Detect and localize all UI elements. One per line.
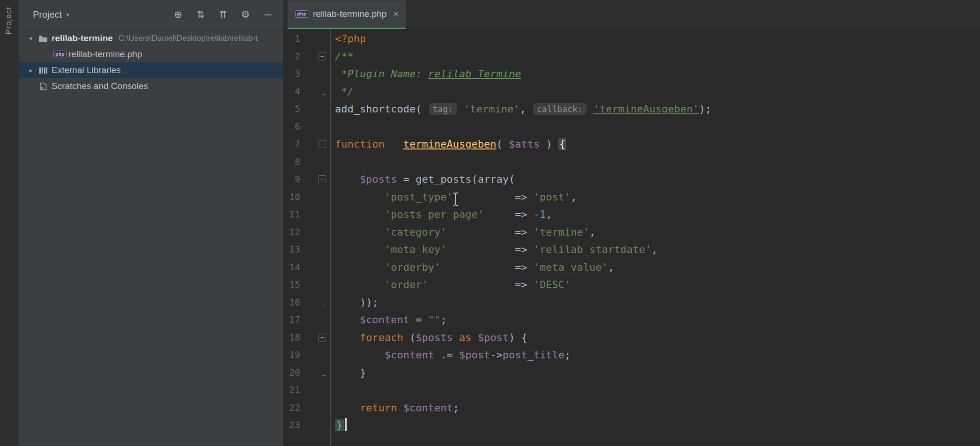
chevron-right-icon[interactable]: ▸ [25, 67, 37, 74]
line-number: 13 [283, 241, 300, 259]
fold-end-icon [322, 370, 326, 376]
code-text: /** [329, 48, 354, 66]
code-text: )); [329, 294, 379, 312]
project-toolbar: Project ▾ ⊕⇅⇈⚙─ [19, 0, 283, 30]
project-tree: ▾relilab-termineC:\Users\Daniel\Desktop\… [19, 30, 283, 94]
code-text: 'order' => 'DESC' [329, 276, 571, 294]
tree-item-path: C:\Users\Daniel\Desktop\relilab\relilab-… [119, 34, 258, 43]
fold-marker[interactable]: − [300, 334, 329, 342]
folder-icon [37, 35, 50, 43]
chevron-down-icon[interactable]: ▾ [25, 35, 37, 42]
code-line[interactable]: 16 )); [283, 294, 980, 312]
project-view-label: Project [33, 9, 62, 20]
code-line[interactable]: 19 $content .= $post->post_title; [283, 346, 980, 364]
code-line[interactable]: 3 *Plugin Name: relilab Termine [283, 65, 980, 83]
code-text: } [329, 364, 366, 382]
code-line[interactable]: 22 return $content; [283, 399, 980, 417]
line-number: 16 [283, 294, 300, 312]
tool-window-button-project[interactable]: Project [4, 7, 14, 35]
tab-label: relilab-termine.php [313, 9, 386, 19]
fold-marker[interactable] [300, 422, 329, 428]
line-number: 22 [283, 399, 300, 417]
code-text: 'post_type' => 'post', [329, 188, 577, 206]
code-line[interactable]: 10 'post_type' => 'post', [283, 188, 980, 206]
fold-marker[interactable]: − [300, 52, 329, 60]
code-line[interactable]: 2−/** [283, 48, 980, 66]
fold-end-icon [322, 422, 326, 428]
fold-marker[interactable]: − [300, 175, 329, 183]
activity-bar: Project [0, 0, 19, 446]
tree-item-label: Scratches and Consoles [52, 81, 148, 91]
code-line[interactable]: 14 'orderby' => 'meta_value', [283, 259, 980, 276]
code-text: 'orderby' => 'meta_value', [329, 259, 614, 276]
fold-marker[interactable]: − [300, 140, 329, 148]
ide-window: Project Project ▾ ⊕⇅⇈⚙─ ▾relilab-termine… [0, 0, 980, 446]
collapse-all-icon[interactable]: ⇈ [217, 9, 229, 20]
fold-marker[interactable] [300, 89, 329, 95]
code-line[interactable]: 4 */ [283, 83, 980, 101]
settings-gear-icon[interactable]: ⚙ [240, 9, 251, 20]
line-number: 1 [283, 30, 300, 48]
line-number: 10 [283, 188, 300, 206]
fold-marker[interactable] [300, 299, 329, 305]
line-number: 18 [283, 329, 300, 347]
code-line[interactable]: 18− foreach ($posts as $post) { [283, 329, 980, 347]
code-text: *Plugin Name: relilab Termine [329, 65, 521, 83]
expand-all-icon[interactable]: ⇅ [195, 9, 206, 20]
fold-end-icon [322, 89, 326, 95]
fold-end-icon [322, 299, 326, 305]
code-text: $content .= $post->post_title; [329, 346, 571, 364]
code-line[interactable]: 21 [283, 381, 980, 399]
tree-item-relilab-termine-root[interactable]: ▾relilab-termineC:\Users\Daniel\Desktop\… [19, 30, 283, 46]
hide-panel-icon[interactable]: ─ [262, 9, 274, 20]
close-icon[interactable]: × [393, 9, 398, 19]
code-line[interactable]: 13 'meta_key' => 'relilab_startdate', [283, 241, 980, 259]
fold-collapse-icon[interactable]: − [318, 334, 326, 342]
line-number: 15 [283, 276, 300, 294]
code-text: return $content; [329, 399, 459, 417]
fold-marker[interactable] [300, 370, 329, 376]
tree-item-relilab-termine-php[interactable]: phprelilab-termine.php [19, 46, 283, 62]
code-text: */ [329, 83, 354, 101]
code-line[interactable]: 1<?php [283, 30, 980, 48]
tab-relilab-termine-php[interactable]: php relilab-termine.php × [288, 0, 406, 29]
tree-item-external-libraries[interactable]: ▸External Libraries [19, 62, 283, 78]
code-text: function termineAusgeben( $atts ) { [329, 135, 566, 153]
code-line[interactable]: 20 } [283, 364, 980, 382]
php-file-icon: php [295, 10, 308, 18]
code-text: 'meta_key' => 'relilab_startdate', [329, 241, 658, 259]
line-number: 14 [283, 259, 300, 276]
code-line[interactable]: 8 [283, 153, 980, 171]
code-line[interactable]: 12 'category' => 'termine', [283, 223, 980, 241]
code-line[interactable]: 17 $content = ""; [283, 311, 980, 329]
tree-item-scratches-and-consoles[interactable]: Scratches and Consoles [19, 78, 283, 94]
code-text: <?php [329, 30, 366, 48]
editor-caret [345, 418, 347, 431]
line-number: 20 [283, 364, 300, 382]
code-text: foreach ($posts as $post) { [329, 329, 527, 347]
fold-collapse-icon[interactable]: − [318, 140, 326, 148]
project-view-selector[interactable]: Project ▾ [33, 9, 69, 20]
editor-area: php relilab-termine.php × 1<?php2−/**3 *… [283, 0, 980, 446]
php-file-icon: php [53, 51, 67, 58]
toolbar-icons: ⊕⇅⇈⚙─ [172, 9, 274, 20]
code-text: add_shortcode( tag: 'termine', callback:… [329, 100, 711, 119]
code-line[interactable]: 5add_shortcode( tag: 'termine', callback… [283, 100, 980, 118]
code-line[interactable]: 7−function termineAusgeben( $atts ) { [283, 135, 980, 153]
fold-collapse-icon[interactable]: − [318, 52, 326, 60]
fold-collapse-icon[interactable]: − [318, 175, 326, 183]
line-number: 19 [283, 346, 300, 364]
line-number: 6 [283, 118, 300, 136]
code-line[interactable]: 15 'order' => 'DESC' [283, 276, 980, 294]
code-line[interactable]: 11 'posts_per_page' => -1, [283, 206, 980, 223]
locate-file-icon[interactable]: ⊕ [172, 9, 184, 20]
line-number: 23 [283, 416, 300, 434]
code-line[interactable]: 23} [283, 416, 980, 434]
code-line[interactable]: 9− $posts = get_posts(array( [283, 171, 980, 188]
library-icon [37, 67, 50, 74]
code-line[interactable]: 6 [283, 118, 980, 136]
line-number: 5 [283, 100, 300, 118]
line-number: 8 [283, 153, 300, 171]
line-number: 4 [283, 83, 300, 101]
editor-body[interactable]: 1<?php2−/**3 *Plugin Name: relilab Termi… [283, 29, 980, 446]
